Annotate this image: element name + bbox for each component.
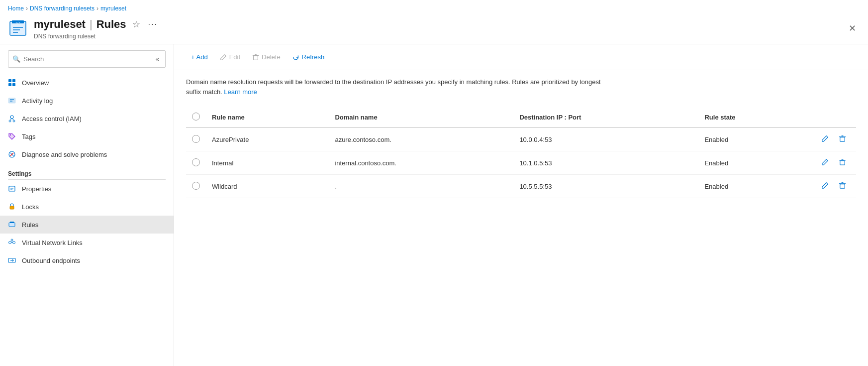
collapse-sidebar-button[interactable]: « (154, 53, 161, 65)
refresh-button[interactable]: Refresh (288, 51, 330, 63)
sidebar-label-outbound-endpoints: Outbound endpoints (22, 257, 80, 264)
sidebar-item-virtual-network-links[interactable]: Virtual Network Links (0, 234, 174, 251)
breadcrumb-home[interactable]: Home (8, 5, 24, 12)
row-domain-name-2: . (329, 175, 513, 198)
sidebar-label-rules: Rules (22, 221, 38, 229)
col-rule-name: Rule name (206, 108, 329, 127)
svg-rect-9 (12, 83, 15, 86)
search-wrapper: 🔍 « (8, 50, 166, 68)
delete-row-button-0[interactable] (835, 133, 850, 146)
sidebar-item-locks[interactable]: Locks (0, 198, 174, 216)
select-all-column (186, 108, 206, 127)
edit-button[interactable]: Edit (215, 51, 245, 63)
favorite-button[interactable]: ☆ (130, 17, 142, 32)
header-text: myruleset | Rules ☆ ··· DNS forwarding r… (34, 17, 831, 40)
svg-rect-6 (8, 79, 11, 82)
toolbar: + Add Edit Delete Refresh (174, 44, 868, 70)
sidebar-item-outbound-endpoints[interactable]: Outbound endpoints (0, 251, 174, 269)
row-rule-state-0: Enabled (698, 127, 806, 151)
svg-rect-44 (840, 184, 845, 188)
svg-point-28 (9, 242, 11, 244)
row-destination-ip-2: 10.5.5.5:53 (513, 175, 698, 198)
table-row: Internal internal.contoso.com. 10.1.0.5:… (186, 151, 856, 175)
more-options-button[interactable]: ··· (146, 18, 160, 31)
activity-log-icon (8, 96, 17, 105)
delete-icon (252, 54, 259, 61)
rules-icon (8, 220, 17, 229)
sidebar-label-virtual-network-links: Virtual Network Links (22, 239, 83, 246)
col-rule-state: Rule state (698, 108, 806, 127)
sidebar-label-locks: Locks (22, 203, 39, 211)
row-rule-state-1: Enabled (698, 151, 806, 175)
sidebar-item-overview[interactable]: Overview (0, 74, 174, 92)
locks-icon (8, 202, 17, 211)
svg-point-18 (10, 134, 11, 135)
main-content: + Add Edit Delete Refresh Domain name re… (174, 44, 868, 366)
row-rule-name-1: Internal (206, 151, 329, 175)
svg-rect-25 (10, 206, 14, 209)
sidebar-item-tags[interactable]: Tags (0, 127, 174, 145)
learn-more-link[interactable]: Learn more (224, 88, 257, 96)
add-button[interactable]: + Add (186, 51, 213, 63)
delete-button[interactable]: Delete (247, 51, 286, 63)
svg-rect-41 (840, 161, 845, 165)
page-header: </> myruleset | Rules ☆ ··· DNS forwardi… (0, 15, 868, 44)
sidebar-label-diagnose: Diagnose and solve problems (22, 151, 107, 158)
access-control-icon (8, 114, 17, 123)
breadcrumb: Home › DNS forwarding rulesets › myrules… (0, 0, 868, 15)
col-destination-ip: Destination IP : Port (513, 108, 698, 127)
row-domain-name-1: internal.contoso.com. (329, 151, 513, 175)
svg-point-30 (11, 239, 13, 241)
delete-row-button-1[interactable] (835, 156, 850, 169)
sidebar-item-rules[interactable]: Rules (0, 216, 174, 234)
svg-rect-27 (10, 222, 14, 223)
col-domain-name: Domain name (329, 108, 513, 127)
delete-row-button-2[interactable] (835, 180, 850, 193)
svg-point-13 (10, 116, 13, 119)
resource-icon: </> (8, 18, 28, 38)
svg-point-29 (13, 242, 15, 244)
svg-rect-38 (840, 137, 845, 141)
sidebar-label-access-control: Access control (IAM) (22, 115, 82, 122)
row-rule-name-0: AzurePrivate (206, 127, 329, 151)
edit-icon (220, 54, 227, 61)
table-row: AzurePrivate azure.contoso.com. 10.0.0.4… (186, 127, 856, 151)
edit-row-button-2[interactable] (817, 180, 833, 193)
search-input[interactable] (23, 55, 151, 63)
rules-table-wrapper: Rule name Domain name Destination IP : P… (174, 104, 868, 202)
row-destination-ip-0: 10.0.0.4:53 (513, 127, 698, 151)
sidebar-item-properties[interactable]: Properties (0, 180, 174, 198)
sidebar: 🔍 « Overview Activity log Access control… (0, 44, 174, 366)
svg-point-15 (13, 120, 15, 122)
tags-icon (8, 132, 17, 141)
resource-subtitle: DNS forwarding ruleset (34, 33, 831, 40)
select-all-radio[interactable] (192, 113, 200, 121)
edit-row-button-0[interactable] (817, 133, 833, 146)
outbound-endpoints-icon (8, 256, 17, 265)
sidebar-item-access-control[interactable]: Access control (IAM) (0, 110, 174, 127)
svg-rect-8 (8, 83, 11, 86)
settings-section-label: Settings (0, 163, 174, 179)
svg-rect-35 (254, 56, 258, 60)
row-destination-ip-1: 10.1.0.5:53 (513, 151, 698, 175)
sidebar-item-activity-log[interactable]: Activity log (0, 92, 174, 110)
sidebar-label-activity-log: Activity log (22, 97, 53, 105)
refresh-icon (292, 54, 299, 61)
resource-title: myruleset | Rules ☆ ··· (34, 17, 831, 32)
close-button[interactable]: ✕ (845, 21, 860, 36)
sidebar-item-diagnose[interactable]: Diagnose and solve problems (0, 145, 174, 163)
row-radio-2[interactable] (186, 175, 206, 198)
row-radio-1[interactable] (186, 151, 206, 175)
diagnose-icon (8, 150, 17, 159)
breadcrumb-myruleset[interactable]: myruleset (100, 5, 126, 12)
breadcrumb-rulesets[interactable]: DNS forwarding rulesets (30, 5, 95, 12)
edit-row-button-1[interactable] (817, 156, 833, 169)
main-container: 🔍 « Overview Activity log Access control… (0, 44, 868, 366)
svg-line-17 (12, 119, 14, 120)
properties-icon (8, 184, 17, 193)
search-icon: 🔍 (12, 55, 20, 63)
overview-icon (8, 78, 17, 87)
search-box-container: 🔍 « (0, 44, 174, 74)
row-domain-name-0: azure.contoso.com. (329, 127, 513, 151)
row-radio-0[interactable] (186, 127, 206, 151)
